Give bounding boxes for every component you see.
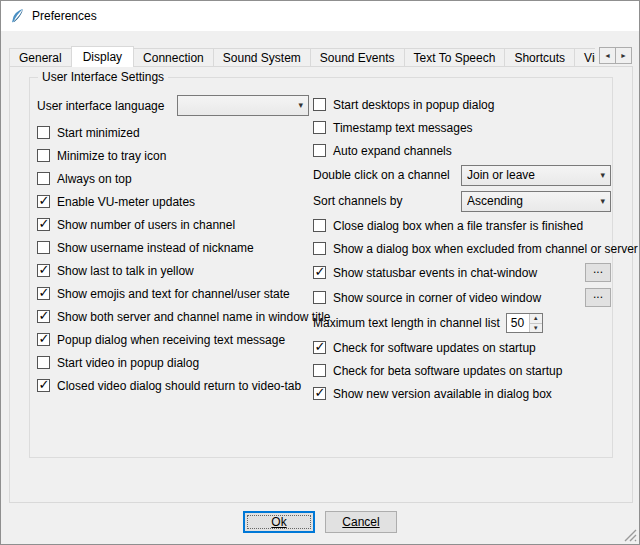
checkbox-box[interactable]: [313, 364, 326, 377]
checkbox-label: Show statusbar events in chat-window: [333, 266, 537, 280]
checkbox-start-video-popup[interactable]: Start video in popup dialog: [37, 351, 309, 374]
statusbar-events-more-button[interactable]: ...: [585, 263, 611, 282]
language-row: User interface language ▾: [37, 93, 309, 118]
checkbox-box[interactable]: [37, 195, 50, 208]
checkbox-box[interactable]: [37, 172, 50, 185]
sort-channels-row: Sort channels by Ascending ▾: [313, 188, 611, 214]
checkbox-box[interactable]: [313, 98, 326, 111]
checkbox-close-on-file-transfer[interactable]: Close dialog box when a file transfer is…: [313, 214, 611, 237]
checkbox-label: Closed video dialog should return to vid…: [57, 379, 301, 393]
checkbox-enable-vu-meter[interactable]: Enable VU-meter updates: [37, 190, 309, 213]
checkbox-box[interactable]: [37, 218, 50, 231]
language-select[interactable]: ▾: [177, 95, 309, 116]
checkbox-start-desktops-popup[interactable]: Start desktops in popup dialog: [313, 93, 611, 116]
group-title: User Interface Settings: [38, 70, 168, 84]
checkbox-dialog-when-excluded[interactable]: Show a dialog box when excluded from cha…: [313, 237, 611, 260]
checkbox-box[interactable]: [37, 149, 50, 162]
spin-down-icon[interactable]: ▼: [530, 324, 542, 333]
checkbox-box[interactable]: [37, 356, 50, 369]
cancel-button[interactable]: Cancel: [325, 511, 397, 533]
checkbox-label: Start desktops in popup dialog: [333, 98, 494, 112]
checkbox-always-on-top[interactable]: Always on top: [37, 167, 309, 190]
left-column: User interface language ▾ Start minimize…: [37, 93, 309, 397]
checkbox-check-beta-updates[interactable]: Check for beta software updates on start…: [313, 359, 611, 382]
double-click-value: Join or leave: [467, 168, 535, 182]
checkbox-box[interactable]: [37, 287, 50, 300]
checkbox-label: Show emojis and text for channel/user st…: [57, 287, 290, 301]
tab-sound-events[interactable]: Sound Events: [311, 48, 405, 67]
sort-channels-label: Sort channels by: [313, 194, 461, 208]
app-icon: [9, 8, 25, 24]
checkbox-box[interactable]: [37, 126, 50, 139]
checkbox-box[interactable]: [313, 121, 326, 134]
checkbox-show-user-count[interactable]: Show number of users in channel: [37, 213, 309, 236]
tab-sound-system[interactable]: Sound System: [214, 48, 311, 67]
checkbox-label: Popup dialog when receiving text message: [57, 333, 285, 347]
checkbox-label: Show number of users in channel: [57, 218, 235, 232]
tab-bar: General Display Connection Sound System …: [9, 44, 595, 67]
checkbox-box[interactable]: [313, 266, 326, 279]
checkbox-show-username[interactable]: Show username instead of nickname: [37, 236, 309, 259]
tab-shortcuts[interactable]: Shortcuts: [505, 48, 575, 67]
checkbox-last-to-talk[interactable]: Show last to talk in yellow: [37, 259, 309, 282]
chevron-down-icon: ▾: [600, 171, 605, 180]
tab-scroll-left-icon[interactable]: ◄: [599, 47, 616, 64]
statusbar-events-row: Show statusbar events in chat-window ...: [313, 260, 611, 285]
checkbox-box[interactable]: [37, 241, 50, 254]
tab-display[interactable]: Display: [71, 46, 134, 67]
checkbox-check-updates[interactable]: Check for software updates on startup: [313, 336, 611, 359]
checkbox-label: Show both server and channel name in win…: [57, 310, 331, 324]
window-title: Preferences: [32, 9, 97, 23]
checkbox-show-emojis[interactable]: Show emojis and text for channel/user st…: [37, 282, 309, 305]
double-click-row: Double click on a channel Join or leave …: [313, 162, 611, 188]
checkbox-label: Enable VU-meter updates: [57, 195, 195, 209]
checkbox-label: Check for software updates on startup: [333, 341, 536, 355]
titlebar: Preferences: [1, 1, 639, 31]
checkbox-box[interactable]: [313, 291, 326, 304]
checkbox-label: Auto expand channels: [333, 144, 452, 158]
checkbox-popup-on-text-message[interactable]: Popup dialog when receiving text message: [37, 328, 309, 351]
checkbox-box[interactable]: [313, 341, 326, 354]
ok-button[interactable]: Ok: [243, 511, 315, 533]
tab-video[interactable]: Video: [575, 48, 595, 67]
checkbox-show-new-version[interactable]: Show new version available in dialog box: [313, 382, 611, 405]
checkbox-box[interactable]: [313, 144, 326, 157]
checkbox-label: Show new version available in dialog box: [333, 387, 552, 401]
checkbox-label: Show last to talk in yellow: [57, 264, 194, 278]
right-column: Start desktops in popup dialog Timestamp…: [313, 93, 611, 405]
max-text-length-label: Maximum text length in channel list: [313, 316, 500, 330]
checkbox-box[interactable]: [37, 379, 50, 392]
max-text-length-row: Maximum text length in channel list 50 ▲…: [313, 310, 611, 336]
checkbox-box[interactable]: [313, 387, 326, 400]
sort-channels-select[interactable]: Ascending ▾: [461, 191, 611, 212]
language-label: User interface language: [37, 99, 177, 113]
checkbox-box[interactable]: [37, 333, 50, 346]
tab-scroll-right-icon[interactable]: ►: [615, 47, 632, 64]
spinner-buttons: ▲ ▼: [529, 314, 542, 332]
double-click-label: Double click on a channel: [313, 168, 461, 182]
sort-channels-value: Ascending: [467, 194, 523, 208]
checkbox-auto-expand-channels[interactable]: Auto expand channels: [313, 139, 611, 162]
checkbox-box[interactable]: [37, 310, 50, 323]
double-click-select[interactable]: Join or leave ▾: [461, 165, 611, 186]
max-text-length-spinner[interactable]: 50 ▲ ▼: [506, 313, 543, 333]
checkbox-box[interactable]: [313, 219, 326, 232]
checkbox-label: Start minimized: [57, 126, 140, 140]
checkbox-box[interactable]: [37, 264, 50, 277]
checkbox-label: Minimize to tray icon: [57, 149, 166, 163]
tab-general[interactable]: General: [9, 48, 72, 67]
video-source-more-button[interactable]: ...: [585, 288, 611, 307]
checkbox-label: Show a dialog box when excluded from cha…: [333, 242, 638, 256]
checkbox-timestamp-messages[interactable]: Timestamp text messages: [313, 116, 611, 139]
tab-text-to-speech[interactable]: Text To Speech: [405, 48, 506, 67]
tab-connection[interactable]: Connection: [134, 48, 214, 67]
max-text-length-value: 50: [507, 314, 529, 332]
checkbox-server-channel-in-title[interactable]: Show both server and channel name in win…: [37, 305, 309, 328]
checkbox-start-minimized[interactable]: Start minimized: [37, 121, 309, 144]
checkbox-label: Check for beta software updates on start…: [333, 364, 562, 378]
checkbox-closed-video-return[interactable]: Closed video dialog should return to vid…: [37, 374, 309, 397]
spin-up-icon[interactable]: ▲: [530, 314, 542, 324]
checkbox-box[interactable]: [313, 242, 326, 255]
checkbox-minimize-to-tray[interactable]: Minimize to tray icon: [37, 144, 309, 167]
checkbox-label: Timestamp text messages: [333, 121, 473, 135]
